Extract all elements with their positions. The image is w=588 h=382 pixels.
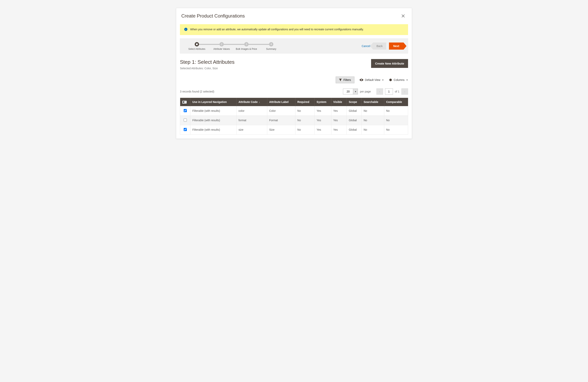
chevron-down-icon: ▼ — [382, 79, 384, 81]
step-bubble-1 — [195, 42, 199, 46]
back-button[interactable]: Back — [373, 43, 386, 50]
close-icon — [401, 14, 405, 18]
cell-required: No — [295, 115, 315, 125]
cell-comparable: No — [384, 106, 408, 115]
cell-code: size — [236, 125, 267, 135]
records-found-label: 3 records found (2 selected) — [180, 90, 214, 93]
prev-page-button[interactable]: ‹ — [377, 88, 383, 95]
wizard-actions: Cancel Back Next — [362, 43, 403, 50]
cell-searchable: No — [361, 115, 384, 125]
cell-visible: Yes — [331, 115, 347, 125]
selected-attributes-label: Selected Attributes: Color, Size — [180, 67, 235, 70]
step-select-attributes[interactable]: Select Attributes — [185, 42, 209, 51]
cell-searchable: No — [361, 106, 384, 115]
cell-label: Format — [267, 115, 295, 125]
modal-title: Create Product Configurations — [181, 13, 245, 19]
current-page-input[interactable] — [385, 88, 393, 95]
stepper-bar: Select Attributes 2 Attribute Values 3 B… — [180, 38, 408, 54]
cell-label: Size — [267, 125, 295, 135]
steps-container: Select Attributes 2 Attribute Values 3 B… — [185, 42, 284, 51]
grid-toolbar: Filters Default View ▼ Columns ▼ — [180, 77, 408, 83]
step-label-1: Select Attributes — [189, 48, 206, 51]
info-notice: i When you remove or add an attribute, w… — [180, 24, 408, 35]
funnel-icon — [339, 79, 342, 81]
cell-required: No — [295, 125, 315, 135]
cell-searchable: No — [361, 125, 384, 135]
cell-system: Yes — [315, 106, 331, 115]
step-bubble-3: 3 — [244, 42, 249, 46]
cell-system: Yes — [315, 125, 331, 135]
col-select-all[interactable]: ▼ — [180, 98, 190, 106]
cell-layered: Filterable (with results) — [190, 106, 237, 115]
cell-system: Yes — [315, 115, 331, 125]
col-required[interactable]: Required — [295, 98, 315, 106]
cell-required: No — [295, 106, 315, 115]
step-bulk-images-price[interactable]: 3 Bulk Images & Price — [234, 42, 259, 51]
pagination: ▼ per page ‹ of 1 › — [343, 88, 408, 95]
default-view-label: Default View — [365, 78, 380, 82]
grid-meta-row: 3 records found (2 selected) ▼ per page … — [180, 88, 408, 95]
row-checkbox[interactable] — [184, 128, 187, 131]
step-title: Step 1: Select Attributes — [180, 59, 235, 65]
step-header: Step 1: Select Attributes Selected Attri… — [180, 59, 408, 70]
step-label-3: Bulk Images & Price — [236, 48, 257, 51]
col-comparable[interactable]: Comparable — [384, 98, 408, 106]
default-view-dropdown[interactable]: Default View ▼ — [359, 78, 384, 82]
filters-label: Filters — [343, 78, 351, 82]
col-visible[interactable]: Visible — [331, 98, 347, 106]
chevron-right-icon: › — [404, 90, 405, 93]
cell-layered: Filterable (with results) — [190, 115, 237, 125]
step-summary[interactable]: 4 Summary — [259, 42, 284, 51]
step-attribute-values[interactable]: 2 Attribute Values — [209, 42, 234, 51]
cell-code: color — [236, 106, 267, 115]
cell-code: format — [236, 115, 267, 125]
step-bubble-4: 4 — [269, 42, 273, 46]
page-size-input[interactable] — [343, 89, 353, 94]
next-button[interactable]: Next — [389, 43, 403, 50]
cell-scope: Global — [347, 106, 361, 115]
next-page-button[interactable]: › — [401, 88, 408, 95]
step-header-text: Step 1: Select Attributes Selected Attri… — [180, 59, 235, 70]
col-system[interactable]: System — [315, 98, 331, 106]
col-searchable[interactable]: Searchable — [361, 98, 384, 106]
table-row[interactable]: Filterable (with results)colorColorNoYes… — [180, 106, 408, 115]
table-row[interactable]: Filterable (with results)formatFormatNoY… — [180, 115, 408, 125]
attributes-grid: ▼ Use in Layered Navigation Attribute Co… — [180, 98, 408, 135]
cell-label: Color — [267, 106, 295, 115]
page-size-select[interactable]: ▼ — [343, 89, 358, 94]
per-page-label: per page — [360, 90, 371, 93]
cell-visible: Yes — [331, 125, 347, 135]
columns-dropdown[interactable]: Columns ▼ — [389, 78, 408, 82]
col-layered-nav[interactable]: Use in Layered Navigation — [190, 98, 237, 106]
step-content: Step 1: Select Attributes Selected Attri… — [176, 54, 412, 138]
gear-icon — [389, 78, 392, 82]
row-checkbox[interactable] — [184, 109, 187, 112]
select-all-checkbox[interactable]: ▼ — [182, 101, 187, 104]
cell-comparable: No — [384, 125, 408, 135]
chevron-left-icon: ‹ — [379, 90, 380, 93]
step-label-2: Attribute Values — [213, 48, 230, 51]
total-pages-label: of 1 — [395, 90, 399, 93]
eye-icon — [359, 79, 363, 81]
row-checkbox[interactable] — [184, 118, 187, 122]
col-attribute-code[interactable]: Attribute Code↓ — [236, 98, 267, 106]
create-new-attribute-button[interactable]: Create New Attribute — [371, 59, 408, 68]
step-label-4: Summary — [266, 48, 276, 51]
chevron-down-icon: ▼ — [355, 90, 357, 93]
table-row[interactable]: Filterable (with results)sizeSizeNoYesYe… — [180, 125, 408, 135]
sort-down-icon: ↓ — [259, 101, 260, 104]
filters-button[interactable]: Filters — [336, 77, 354, 83]
col-scope[interactable]: Scope — [347, 98, 361, 106]
product-config-modal: Create Product Configurations i When you… — [176, 8, 412, 139]
col-attribute-label[interactable]: Attribute Label — [267, 98, 295, 106]
page-size-caret[interactable]: ▼ — [353, 89, 358, 94]
cell-scope: Global — [347, 115, 361, 125]
cancel-link[interactable]: Cancel — [362, 45, 370, 48]
info-icon: i — [184, 28, 188, 31]
modal-header: Create Product Configurations — [176, 8, 412, 22]
close-button[interactable] — [399, 12, 407, 20]
step-bubble-2: 2 — [219, 42, 224, 46]
columns-label: Columns — [394, 78, 404, 82]
cell-comparable: No — [384, 115, 408, 125]
cell-layered: Filterable (with results) — [190, 125, 237, 135]
